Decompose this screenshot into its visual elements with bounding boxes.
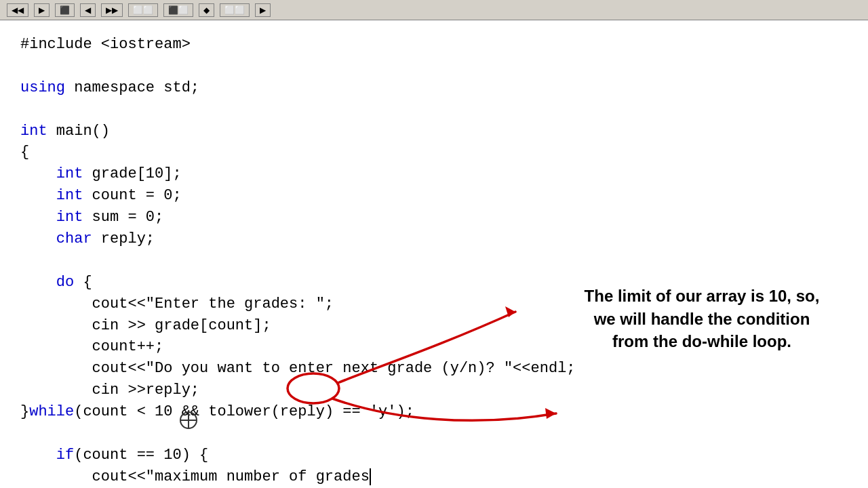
toolbar-btn-3[interactable]: ⬛	[55, 3, 75, 17]
code-line-16: cout<<"Do you want to enter next grade (…	[20, 358, 848, 380]
toolbar-btn-9[interactable]: ⬜⬜	[220, 3, 250, 17]
toolbar-btn-2[interactable]: ▶	[34, 3, 50, 17]
toolbar-btn-4[interactable]: ◀	[80, 3, 96, 17]
code-line-7: int grade[10];	[20, 163, 848, 185]
toolbar-btn-5[interactable]: ▶▶	[101, 3, 123, 17]
code-line-19	[20, 423, 848, 445]
annotation-box: The limit of our array is 10, so, we wil…	[576, 285, 827, 353]
toolbar-btn-10[interactable]: ▶	[255, 3, 271, 17]
annotation-text: The limit of our array is 10, so, we wil…	[585, 287, 820, 350]
code-line-11	[20, 250, 848, 272]
code-line-1: #include <iostream>	[20, 34, 848, 56]
toolbar: ◀◀ ▶ ⬛ ◀ ▶▶ ⬜⬜ ⬛⬜ ◆ ⬜⬜ ▶	[0, 0, 868, 20]
code-content: #include <iostream> using namespace std;…	[20, 34, 848, 488]
code-line-20: if(count == 10) {	[20, 445, 848, 466]
code-line-17: cin >>reply;	[20, 380, 848, 401]
code-line-18: }while(count < 10 && tolower(reply) == '…	[20, 401, 848, 423]
code-line-2	[20, 56, 848, 77]
code-line-6: {	[20, 142, 848, 163]
code-line-21: cout<<"maximum number of grades​	[20, 466, 848, 488]
code-line-5: int main()	[20, 121, 848, 142]
code-line-8: int count = 0;	[20, 185, 848, 207]
code-line-9: int sum = 0;	[20, 207, 848, 228]
toolbar-btn-7[interactable]: ⬛⬜	[163, 3, 193, 17]
code-line-4	[20, 99, 848, 121]
code-line-3: using namespace std;	[20, 77, 848, 99]
code-line-10: char reply;	[20, 228, 848, 250]
toolbar-btn-8[interactable]: ◆	[199, 3, 214, 17]
toolbar-btn-6[interactable]: ⬜⬜	[128, 3, 158, 17]
code-editor: #include <iostream> using namespace std;…	[0, 20, 868, 488]
toolbar-btn-1[interactable]: ◀◀	[7, 3, 28, 17]
